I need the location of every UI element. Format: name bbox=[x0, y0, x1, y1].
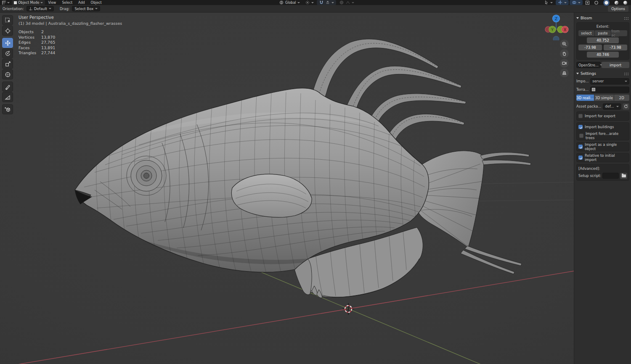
shading-solid-button[interactable] bbox=[602, 0, 610, 5]
measure-tool[interactable] bbox=[2, 92, 13, 102]
gizmos-icon bbox=[558, 0, 563, 5]
transform-orientation-select[interactable]: Global bbox=[277, 0, 302, 5]
stat-value: 13,870 bbox=[41, 35, 55, 40]
checkbox[interactable] bbox=[578, 125, 583, 129]
import-button[interactable]: import bbox=[602, 62, 629, 68]
rotate-tool[interactable] bbox=[2, 48, 13, 58]
checkbox-row-import-for-export[interactable]: Import for export bbox=[578, 113, 627, 119]
checkbox-row-relative-import[interactable]: Relative to initial import bbox=[578, 155, 627, 161]
select-box-tool[interactable] bbox=[2, 15, 13, 25]
chevron-down-icon bbox=[311, 2, 314, 3]
refresh-button[interactable] bbox=[623, 103, 629, 110]
browse-file-button[interactable] bbox=[620, 173, 627, 179]
mode-label: Object Mode bbox=[18, 1, 39, 5]
chevron-down-icon bbox=[297, 2, 300, 3]
extent-select-button[interactable]: select bbox=[578, 30, 594, 36]
orientation-select[interactable]: Default bbox=[27, 6, 54, 11]
snapping-group[interactable] bbox=[317, 0, 336, 5]
drag-handle-icon[interactable] bbox=[624, 17, 629, 20]
mode-3d-simple-button[interactable]: 3D simple bbox=[594, 95, 614, 101]
collapse-caret-icon bbox=[576, 17, 579, 19]
asset-package-select[interactable]: def... bbox=[603, 103, 621, 110]
viewport-header: Object Mode View Select Add Object Globa… bbox=[0, 0, 631, 5]
model-info-label: (1) 3d model | Australia_s_dazzling_flas… bbox=[19, 21, 122, 26]
import-mode-select[interactable]: server bbox=[590, 78, 629, 84]
longitude-right-field[interactable]: -73.98 bbox=[604, 45, 627, 50]
proportional-icon bbox=[339, 0, 344, 5]
navigation-gizmo[interactable]: Y X Z bbox=[544, 14, 570, 40]
drag-select[interactable]: Select Box bbox=[72, 6, 100, 11]
checkbox[interactable] bbox=[579, 134, 583, 138]
sidebar-n-panel: Blosm Extent: select paste from ac... 40… bbox=[574, 13, 631, 364]
pan-button[interactable] bbox=[560, 49, 569, 58]
checkbox[interactable] bbox=[578, 114, 583, 118]
options-button[interactable]: Options bbox=[608, 6, 628, 12]
stat-value: 27,744 bbox=[41, 50, 55, 56]
checkbox-row-import-forests[interactable]: Import fore...arate trees bbox=[579, 133, 627, 139]
proportional-editing-group[interactable] bbox=[337, 0, 356, 5]
editor-type-button[interactable] bbox=[0, 0, 12, 5]
extent-paste-button[interactable]: paste bbox=[595, 30, 611, 36]
move-tool[interactable] bbox=[2, 38, 13, 48]
checkbox-row-import-buildings[interactable]: Import buildings bbox=[578, 124, 627, 130]
add-cube-tool[interactable] bbox=[2, 104, 13, 114]
mode-3d-realistic-button[interactable]: 3D reali... bbox=[576, 95, 594, 101]
mode-2d-button[interactable]: 2D bbox=[614, 95, 629, 101]
chevron-down-icon bbox=[49, 8, 51, 9]
checkbox[interactable] bbox=[578, 145, 583, 149]
stat-value: 2 bbox=[41, 29, 44, 35]
collapse-caret-icon bbox=[576, 73, 579, 74]
menu-view[interactable]: View bbox=[45, 0, 59, 5]
latitude-top-field[interactable]: 40.752 bbox=[587, 37, 619, 43]
scene-statistics: Objects2 Vertices13,870 Edges27,765 Face… bbox=[19, 29, 122, 56]
chevron-down-icon bbox=[625, 81, 627, 82]
longitude-left-field[interactable]: -73.98 bbox=[578, 45, 602, 50]
settings-panel-header[interactable]: Settings bbox=[576, 71, 629, 76]
chevron-down-icon bbox=[40, 2, 43, 3]
viewport-info-overlay: User Perspective (1) 3d model | Australi… bbox=[19, 15, 122, 56]
zoom-button[interactable] bbox=[560, 40, 569, 48]
gizmos-toggle[interactable] bbox=[556, 0, 569, 5]
shading-material-button[interactable] bbox=[612, 0, 620, 5]
orientation-value: Global bbox=[285, 1, 296, 5]
drag-handle-icon[interactable] bbox=[624, 72, 629, 75]
extent-from-active-button[interactable]: from ac... bbox=[611, 30, 627, 36]
blosm-panel-header[interactable]: Blosm bbox=[576, 15, 629, 21]
checkbox-row-single-object[interactable]: Import as a single object bbox=[578, 144, 627, 150]
import-mode-label: Impo... bbox=[576, 79, 589, 83]
shading-wireframe-button[interactable] bbox=[592, 0, 600, 5]
advanced-label: [Advanced]: bbox=[578, 166, 627, 171]
transform-tool[interactable] bbox=[2, 69, 13, 79]
falloff-icon bbox=[345, 0, 350, 5]
pivot-point-select[interactable] bbox=[303, 0, 316, 5]
camera-view-icon bbox=[562, 61, 567, 66]
camera-view-button[interactable] bbox=[560, 59, 569, 68]
selectability-dropdown[interactable] bbox=[542, 0, 555, 5]
gizmo-axis-neg-z[interactable] bbox=[553, 36, 559, 40]
setup-script-label: Setup script: bbox=[578, 174, 601, 178]
viewport-3d[interactable]: User Perspective (1) 3d model | Australi… bbox=[0, 13, 631, 364]
latitude-bottom-field[interactable]: 40.746 bbox=[587, 52, 619, 58]
mode-select[interactable]: Object Mode bbox=[12, 0, 45, 5]
data-source-select[interactable]: OpenStre... bbox=[576, 62, 601, 68]
extent-box: Extent: select paste from ac... 40.752 -… bbox=[576, 22, 629, 60]
annotate-tool[interactable] bbox=[2, 82, 13, 92]
menu-select[interactable]: Select bbox=[59, 0, 75, 5]
shading-material-icon bbox=[615, 1, 618, 5]
checkbox-label: Import fore...arate trees bbox=[586, 132, 627, 140]
setup-script-field[interactable] bbox=[602, 173, 619, 179]
fish-model[interactable] bbox=[75, 39, 531, 298]
scale-tool[interactable] bbox=[2, 59, 13, 69]
asset-package-value: def... bbox=[605, 104, 614, 108]
orientation-default-value: Default bbox=[34, 7, 47, 11]
xray-toggle[interactable] bbox=[583, 0, 591, 5]
toggle-ortho-button[interactable] bbox=[560, 69, 569, 77]
gizmo-y-label: Y bbox=[551, 28, 554, 32]
shading-rendered-button[interactable] bbox=[621, 0, 629, 5]
terrain-object-field[interactable] bbox=[590, 87, 629, 93]
cursor-tool[interactable] bbox=[2, 26, 13, 36]
checkbox[interactable] bbox=[578, 156, 583, 160]
overlays-toggle[interactable] bbox=[570, 0, 583, 5]
menu-add[interactable]: Add bbox=[75, 0, 88, 5]
menu-object[interactable]: Object bbox=[88, 0, 105, 5]
